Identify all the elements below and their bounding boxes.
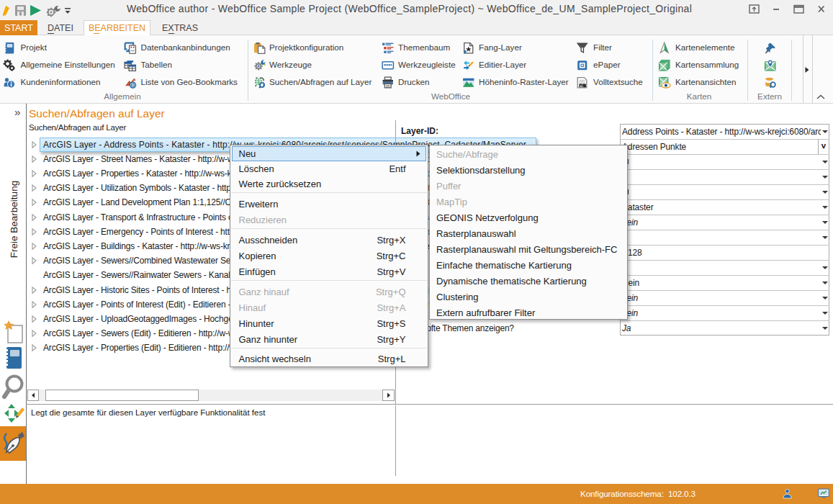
svg-text:A: A — [580, 84, 582, 87]
